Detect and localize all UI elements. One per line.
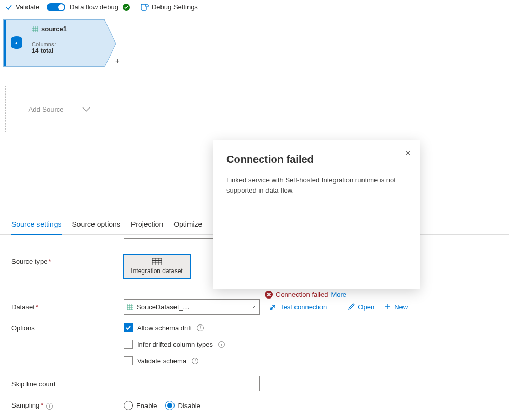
- infer-drift-checkbox[interactable]: [124, 340, 133, 349]
- error-dialog: ✕ Connection failed Linked service with …: [213, 140, 420, 289]
- source-node[interactable]: source1 Columns: 14 total: [3, 19, 105, 67]
- svg-point-20: [270, 308, 272, 310]
- check-icon: [5, 4, 12, 11]
- validate-schema-label: Validate schema: [137, 357, 186, 365]
- infer-drift-label: Infer drifted column types: [137, 341, 213, 348]
- info-icon[interactable]: i: [218, 341, 225, 348]
- source-type-label: Source type: [11, 258, 47, 265]
- chevron-down-icon: [251, 304, 256, 309]
- debug-settings-label: Debug Settings: [152, 3, 198, 11]
- skip-line-input[interactable]: [124, 376, 260, 391]
- info-icon[interactable]: i: [197, 324, 204, 331]
- debug-settings-button[interactable]: Debug Settings: [137, 2, 201, 12]
- edit-icon: [347, 303, 355, 310]
- sampling-disable-radio[interactable]: Disable: [165, 401, 200, 410]
- add-source-label: Add Source: [29, 105, 64, 113]
- more-link[interactable]: More: [331, 291, 346, 299]
- sampling-label: Sampling: [11, 401, 39, 409]
- chevron-down-icon: [81, 103, 92, 115]
- source-type-integration-dataset[interactable]: Integration dataset: [124, 254, 190, 278]
- allow-drift-label: Allow schema drift: [137, 324, 192, 332]
- options-label: Options: [11, 323, 124, 365]
- info-icon[interactable]: i: [192, 358, 198, 364]
- dialog-message: Linked service with Self-hosted Integrat…: [226, 175, 406, 195]
- svg-point-2: [146, 4, 148, 6]
- check-icon: [125, 324, 131, 331]
- info-icon[interactable]: i: [46, 403, 53, 410]
- tab-source-options[interactable]: Source options: [72, 215, 120, 234]
- svg-rect-15: [127, 304, 133, 310]
- test-connection-button[interactable]: Test connection: [269, 303, 327, 311]
- dialog-title: Connection failed: [226, 154, 406, 166]
- columns-total: 14 total: [32, 47, 100, 55]
- table-icon: [127, 304, 133, 310]
- dataset-label: Dataset: [11, 303, 35, 311]
- validate-button[interactable]: Validate: [2, 2, 43, 12]
- plus-icon: [384, 303, 391, 310]
- add-step-icon[interactable]: +: [115, 56, 120, 65]
- debug-toggle[interactable]: [47, 3, 65, 11]
- node-title: source1: [41, 25, 67, 33]
- new-button[interactable]: New: [384, 303, 408, 311]
- database-icon: [6, 20, 28, 66]
- tab-source-settings[interactable]: Source settings: [11, 215, 62, 235]
- integration-dataset-label: Integration dataset: [131, 267, 182, 275]
- toolbar: Validate Data flow debug Debug Settings: [0, 0, 509, 15]
- dataset-value: SouceDataset_…: [137, 303, 248, 311]
- columns-label: Columns:: [32, 41, 100, 47]
- skip-line-label: Skip line count: [11, 380, 124, 388]
- debug-label: Data flow debug: [70, 3, 118, 11]
- add-source-button[interactable]: Add Source: [5, 86, 115, 132]
- table-icon: [32, 26, 38, 32]
- close-icon[interactable]: ✕: [405, 148, 411, 158]
- error-icon: [265, 291, 273, 299]
- node-output-arrow: [104, 20, 116, 67]
- allow-drift-checkbox[interactable]: [124, 323, 133, 332]
- validate-label: Validate: [16, 3, 39, 11]
- grid-icon: [152, 258, 162, 265]
- sampling-enable-radio[interactable]: Enable: [124, 401, 157, 410]
- connection-icon: [269, 303, 277, 311]
- settings-icon: [140, 3, 149, 11]
- svg-rect-4: [32, 26, 38, 32]
- connection-failed-text: Connection failed: [276, 291, 328, 299]
- validate-schema-checkbox[interactable]: [124, 356, 133, 365]
- dataset-dropdown[interactable]: SouceDataset_…: [124, 299, 260, 315]
- svg-rect-9: [152, 258, 162, 265]
- open-button[interactable]: Open: [347, 303, 374, 311]
- status-ok-icon: [123, 4, 130, 11]
